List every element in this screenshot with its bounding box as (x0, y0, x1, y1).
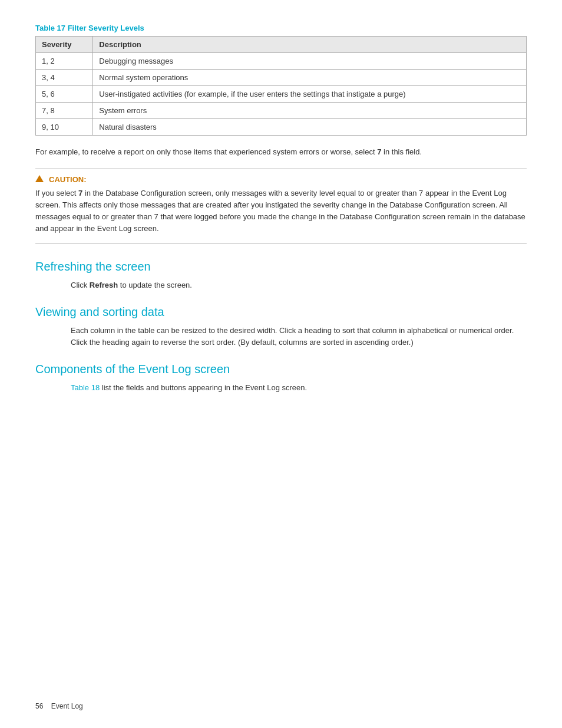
viewing-text: Each column in the table can be resized … (71, 326, 514, 347)
footer-section: Event Log (51, 702, 83, 710)
viewing-body: Each column in the table can be resized … (71, 325, 527, 348)
refreshing-text-bold: Refresh (90, 281, 118, 289)
description-cell: Normal system operations (93, 70, 527, 86)
severity-cell: 5, 6 (36, 86, 93, 103)
table-row: 3, 4Normal system operations (36, 70, 527, 86)
intro-paragraph: For example, to receive a report on only… (35, 146, 527, 158)
severity-cell: 3, 4 (36, 70, 93, 86)
components-body: Table 18 list the fields and buttons app… (71, 382, 527, 394)
caution-box: CAUTION: If you select 7 in the Database… (35, 169, 527, 244)
table-row: 7, 8System errors (36, 103, 527, 119)
refreshing-text-after: to update the screen. (118, 281, 192, 289)
caution-label: CAUTION: (49, 175, 87, 184)
footer-page-number: 56 (35, 702, 43, 710)
severity-cell: 9, 10 (36, 119, 93, 136)
intro-text-before: For example, to receive a report on only… (35, 147, 377, 156)
severity-cell: 1, 2 (36, 53, 93, 70)
description-cell: User-instigated activities (for example,… (93, 86, 527, 103)
table-header-severity: Severity (36, 37, 93, 53)
description-cell: System errors (93, 103, 527, 119)
table18-link[interactable]: Table 18 (71, 383, 100, 392)
caution-text-after: in the Database Configuration screen, on… (35, 189, 525, 233)
refreshing-heading: Refreshing the screen (35, 260, 527, 274)
caution-title: CAUTION: (35, 175, 527, 184)
description-cell: Debugging messages (93, 53, 527, 70)
caution-triangle-icon (35, 175, 44, 182)
viewing-heading: Viewing and sorting data (35, 305, 527, 319)
severity-table: Severity Description 1, 2Debugging messa… (35, 36, 527, 136)
intro-text-after: in this field. (381, 147, 422, 156)
caution-text: If you select 7 in the Database Configur… (35, 187, 527, 235)
footer: 56 Event Log (35, 702, 83, 710)
refreshing-text-before: Click (71, 281, 90, 289)
table-row: 5, 6User-instigated activities (for exam… (36, 86, 527, 103)
table-row: 9, 10Natural disasters (36, 119, 527, 136)
description-cell: Natural disasters (93, 119, 527, 136)
severity-cell: 7, 8 (36, 103, 93, 119)
caution-text-before: If you select (35, 189, 78, 197)
refreshing-body: Click Refresh to update the screen. (71, 279, 527, 291)
table-title: Table 17 Filter Severity Levels (35, 24, 527, 32)
components-text-after: list the fields and buttons appearing in… (100, 383, 307, 392)
table-header-description: Description (93, 37, 527, 53)
components-heading: Components of the Event Log screen (35, 363, 527, 376)
table-row: 1, 2Debugging messages (36, 53, 527, 70)
